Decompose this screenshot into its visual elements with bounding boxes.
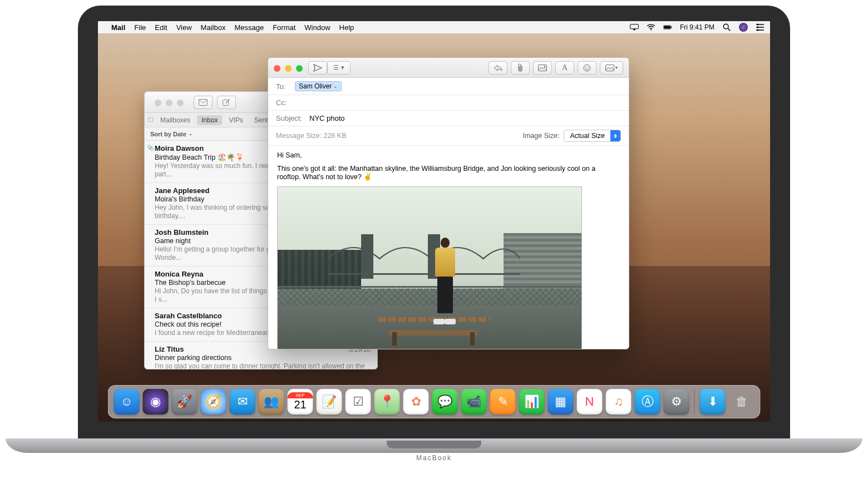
dock-maps[interactable]: 📍 bbox=[374, 389, 400, 415]
message-preview: I'm so glad you can come to dinner tonig… bbox=[155, 362, 371, 369]
svg-rect-4 bbox=[664, 26, 670, 29]
to-field-row[interactable]: To: Sam Oliver⌄ bbox=[268, 78, 629, 95]
dock-calendar[interactable]: SEP21 bbox=[288, 389, 313, 415]
dock-facetime[interactable]: 📹 bbox=[461, 389, 487, 415]
svg-rect-0 bbox=[630, 24, 639, 29]
message-from: Jane Appleseed bbox=[155, 186, 210, 195]
emoji-button[interactable] bbox=[578, 61, 596, 75]
svg-rect-27 bbox=[606, 65, 614, 71]
subject-value: NYC photo bbox=[309, 114, 345, 122]
wifi-icon[interactable] bbox=[647, 23, 655, 31]
dock-appstore[interactable]: Ⓐ bbox=[635, 389, 660, 415]
message-from: Monica Reyna bbox=[155, 270, 203, 278]
body-text: This one's got it all: the Manhattan sky… bbox=[277, 165, 620, 181]
menubar-clock[interactable]: Fri 9:41 PM bbox=[680, 23, 714, 31]
header-fields-button[interactable]: ☰ ▾ bbox=[327, 61, 351, 75]
svg-point-12 bbox=[757, 26, 758, 28]
dock-reminders[interactable]: ☑ bbox=[346, 389, 371, 415]
image-size-label: Image Size: bbox=[522, 132, 559, 140]
photo-browser-button[interactable]: ▾ bbox=[600, 61, 623, 75]
svg-point-2 bbox=[650, 29, 652, 30]
message-from: Moira Dawson bbox=[155, 144, 204, 152]
svg-point-13 bbox=[757, 29, 758, 31]
minimize-button[interactable] bbox=[285, 65, 292, 72]
format-button[interactable]: A bbox=[555, 61, 574, 75]
to-label: To: bbox=[276, 82, 295, 91]
dock-pages[interactable]: ✎ bbox=[490, 389, 516, 415]
menu-help[interactable]: Help bbox=[339, 23, 354, 32]
menu-view[interactable]: View bbox=[176, 23, 192, 32]
notification-center-icon[interactable] bbox=[756, 23, 765, 31]
battery-icon[interactable] bbox=[663, 23, 672, 31]
dock-safari[interactable]: 🧭 bbox=[201, 389, 226, 415]
dock-messages[interactable]: 💬 bbox=[432, 389, 458, 415]
dock-contacts[interactable]: 👥 bbox=[259, 389, 284, 415]
svg-point-23 bbox=[544, 66, 545, 67]
dock-downloads[interactable]: ⬇ bbox=[700, 389, 726, 415]
message-from: Josh Blumstein bbox=[155, 228, 209, 236]
dock-news[interactable]: N bbox=[577, 389, 603, 415]
reply-button[interactable] bbox=[489, 61, 507, 75]
message-from: Sarah Castelblanco bbox=[155, 312, 222, 320]
dock-separator bbox=[694, 389, 695, 414]
dock-keynote[interactable]: ▦ bbox=[548, 389, 574, 415]
close-button[interactable] bbox=[274, 65, 280, 72]
menu-file[interactable]: File bbox=[134, 23, 146, 32]
fav-vips[interactable]: VIPs bbox=[224, 115, 247, 125]
fav-inbox[interactable]: Inbox bbox=[197, 115, 222, 125]
message-body[interactable]: Hi Sam, This one's got it all: the Manha… bbox=[268, 146, 629, 349]
svg-rect-5 bbox=[671, 26, 672, 28]
body-greeting: Hi Sam, bbox=[277, 151, 620, 159]
subject-field-row[interactable]: Subject: NYC photo bbox=[268, 111, 629, 126]
markup-button[interactable] bbox=[533, 61, 552, 75]
message-size-row: Message Size: 228 KB Image Size: Actual … bbox=[268, 126, 629, 146]
airplay-icon[interactable] bbox=[630, 23, 639, 31]
message-from: Liz Titus bbox=[155, 345, 184, 353]
traffic-lights-inactive[interactable] bbox=[149, 95, 189, 110]
cc-label: Cc: bbox=[276, 98, 295, 107]
attach-button[interactable] bbox=[511, 61, 530, 75]
compose-button[interactable] bbox=[217, 96, 236, 109]
menubar: Mail File Edit View Mailbox Message Form… bbox=[98, 21, 770, 33]
dock-siri[interactable]: ◉ bbox=[143, 389, 169, 415]
message-subject: Dinner parking directions bbox=[155, 354, 371, 362]
device-brand: MacBook bbox=[416, 454, 452, 462]
dock-photos[interactable]: ✿ bbox=[403, 389, 429, 415]
recipient-token[interactable]: Sam Oliver⌄ bbox=[295, 81, 342, 91]
menu-window[interactable]: Window bbox=[304, 23, 330, 32]
dock-mail[interactable]: ✉ bbox=[230, 389, 255, 415]
chevron-down-icon: ⌄ bbox=[189, 131, 193, 136]
siri-icon[interactable] bbox=[739, 23, 748, 32]
dock-trash[interactable]: 🗑 bbox=[729, 389, 754, 415]
message-size-label: Message Size: bbox=[276, 132, 322, 140]
send-button[interactable] bbox=[308, 61, 327, 75]
message-size-value: 228 KB bbox=[323, 132, 346, 140]
dock-finder[interactable]: ☺ bbox=[114, 389, 140, 415]
subject-label: Subject: bbox=[276, 114, 309, 122]
cc-field-row[interactable]: Cc: bbox=[268, 95, 629, 111]
menu-mailbox[interactable]: Mailbox bbox=[201, 23, 226, 32]
menu-message[interactable]: Message bbox=[234, 23, 264, 32]
menu-format[interactable]: Format bbox=[273, 23, 295, 32]
svg-point-25 bbox=[585, 66, 586, 67]
dock-preferences[interactable]: ⚙ bbox=[664, 389, 689, 415]
get-mail-button[interactable] bbox=[194, 96, 213, 109]
svg-point-26 bbox=[588, 66, 589, 67]
svg-line-7 bbox=[728, 28, 730, 31]
svg-rect-22 bbox=[539, 65, 547, 71]
app-menu[interactable]: Mail bbox=[111, 23, 125, 32]
stepper-icon bbox=[610, 130, 620, 141]
dock-numbers[interactable]: 📊 bbox=[519, 389, 545, 415]
zoom-button[interactable] bbox=[296, 65, 303, 72]
traffic-lights bbox=[268, 61, 308, 75]
sort-label: Sort by Date bbox=[150, 131, 186, 137]
dock-launchpad[interactable]: 🚀 bbox=[172, 389, 198, 415]
image-size-value: Actual Size bbox=[564, 132, 610, 140]
attached-photo[interactable] bbox=[277, 186, 582, 349]
image-size-select[interactable]: Actual Size bbox=[564, 130, 621, 142]
fav-mailboxes[interactable]: Mailboxes bbox=[156, 115, 195, 125]
spotlight-icon[interactable] bbox=[722, 23, 731, 31]
menu-edit[interactable]: Edit bbox=[155, 23, 167, 32]
dock-itunes[interactable]: ♫ bbox=[606, 389, 632, 415]
dock-notes[interactable]: 📝 bbox=[317, 389, 342, 415]
